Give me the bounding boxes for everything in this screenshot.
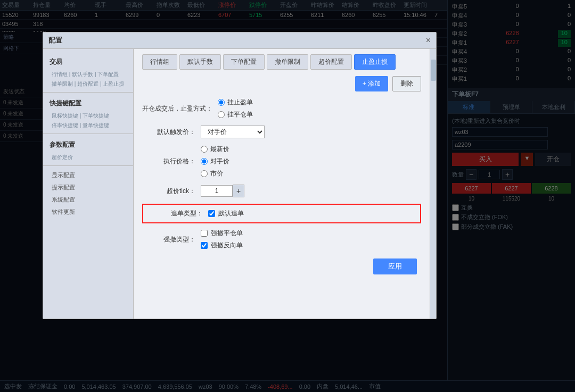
nav-sub-1: 行情组 | 默认手数 | 下单配置 [43, 70, 133, 79]
radio-stop-profit[interactable]: 挂止盈单 [218, 98, 253, 107]
force-row: 强撤类型： 强撤平仓单 强撤反向单 [142, 229, 421, 250]
modal-dialog: 配置 × 交易 行情组 | 默认手数 | 下单配置 撤单限制 | 超价配置 | … [43, 32, 437, 319]
modal-titlebar: 配置 × [43, 32, 436, 49]
content-body: + 添加 删除 开仓成交后，止盈方式： 挂止盈单 挂平仓单 [142, 76, 421, 274]
force-close-input[interactable] [201, 230, 208, 237]
delete-button[interactable]: 删除 [392, 76, 421, 91]
stop-mode-radio-group: 挂止盈单 挂平仓单 [218, 98, 253, 119]
action-row: + 添加 删除 [142, 76, 421, 91]
over-tick-input-group: + [201, 185, 244, 197]
nav-section-trade: 交易 [43, 54, 133, 70]
tab-quotes[interactable]: 行情组 [142, 54, 177, 70]
nav-sub-4: 倍率快捷键 | 量单快捷键 [43, 121, 133, 130]
force-reverse-label: 强撤反向单 [211, 241, 243, 250]
force-reverse-checkbox[interactable]: 强撤反向单 [201, 241, 243, 250]
chase-checkbox-label: 默认追单 [218, 209, 244, 218]
exec-price-row: 执行价格： 最新价 对手价 市价 [142, 145, 421, 178]
force-section: 强撤类型： 强撤平仓单 强撤反向单 [142, 229, 421, 250]
content-tabs: 行情组 默认手数 下单配置 撤单限制 超价配置 止盈止损 [142, 54, 421, 70]
exec-price-label: 执行价格： [142, 157, 195, 166]
scrollbar-thumb[interactable] [431, 60, 436, 81]
force-reverse-input[interactable] [201, 242, 208, 249]
tab-cancel-limit[interactable]: 撤单限制 [267, 54, 308, 70]
nav-sub-5: 超价定价 [43, 153, 133, 162]
chase-checkbox-input[interactable] [208, 210, 215, 217]
tab-order-config[interactable]: 下单配置 [223, 54, 265, 70]
over-tick-label: 超价tick： [142, 187, 195, 196]
over-tick-input[interactable] [201, 185, 233, 197]
force-close-label: 强撤平仓单 [211, 229, 243, 238]
nav-section-hotkey: 快捷键配置 [43, 96, 133, 111]
tab-stop-loss[interactable]: 止盈止损 [354, 54, 396, 70]
radio-counter[interactable]: 对手价 [201, 157, 229, 166]
nav-item-system[interactable]: 系统配置 [43, 194, 133, 206]
radio-market-label: 市价 [210, 169, 223, 178]
radio-latest[interactable]: 最新价 [201, 145, 229, 154]
modal-body: 交易 行情组 | 默认手数 | 下单配置 撤单限制 | 超价配置 | 止盈止损 … [43, 49, 436, 319]
nav-item-hint[interactable]: 提示配置 [43, 181, 133, 194]
apply-row: 应用 [142, 258, 421, 274]
chase-type-label: 追单类型： [150, 209, 203, 218]
modal-close-button[interactable]: × [426, 36, 431, 45]
force-close-checkbox[interactable]: 强撤平仓单 [201, 229, 243, 238]
tab-over-price[interactable]: 超价配置 [310, 54, 352, 70]
trigger-select[interactable]: 对手价 最新价 市价 [201, 126, 265, 138]
trigger-price-row: 默认触发价： 对手价 最新价 市价 [142, 126, 421, 138]
exec-radio-group: 最新价 对手价 市价 [201, 145, 229, 178]
modal-nav: 交易 行情组 | 默认手数 | 下单配置 撤单限制 | 超价配置 | 止盈止损 … [43, 49, 134, 319]
nav-section-params: 参数配置 [43, 137, 133, 153]
over-tick-row: 超价tick： + [142, 185, 421, 197]
radio-market[interactable]: 市价 [201, 169, 229, 178]
radio-close-pos-label: 挂平仓单 [227, 110, 253, 119]
radio-latest-label: 最新价 [210, 145, 229, 154]
chase-type-box: 追单类型： 默认追单 [142, 204, 421, 223]
force-options: 强撤平仓单 强撤反向单 [201, 229, 243, 250]
chase-checkbox[interactable]: 默认追单 [208, 209, 244, 218]
modal-scrollbar[interactable] [430, 49, 436, 319]
nav-sub-3: 鼠标快捷键 | 下单快捷键 [43, 111, 133, 121]
chase-type-row: 追单类型： 默认追单 [150, 209, 414, 218]
stop-mode-label: 开仓成交后，止盈方式： [142, 104, 212, 113]
nav-sub-2: 撤单限制 | 超价配置 | 止盈止损 [43, 79, 133, 89]
apply-button[interactable]: 应用 [373, 258, 417, 274]
stop-mode-row: 开仓成交后，止盈方式： 挂止盈单 挂平仓单 [142, 98, 421, 119]
tab-default-qty[interactable]: 默认手数 [179, 54, 221, 70]
trigger-label: 默认触发价： [142, 128, 195, 137]
radio-stop-profit-label: 挂止盈单 [227, 98, 253, 107]
modal-title: 配置 [48, 36, 62, 45]
nav-item-display[interactable]: 显示配置 [43, 169, 133, 181]
force-label: 强撤类型： [142, 235, 195, 244]
modal-content: 行情组 默认手数 下单配置 撤单限制 超价配置 止盈止损 + 添加 删除 开仓成… [134, 49, 430, 319]
nav-item-update[interactable]: 软件更新 [43, 206, 133, 218]
over-tick-increase[interactable]: + [233, 185, 244, 197]
add-button[interactable]: + 添加 [355, 76, 388, 91]
radio-counter-label: 对手价 [210, 157, 229, 166]
radio-close-pos[interactable]: 挂平仓单 [218, 110, 253, 119]
